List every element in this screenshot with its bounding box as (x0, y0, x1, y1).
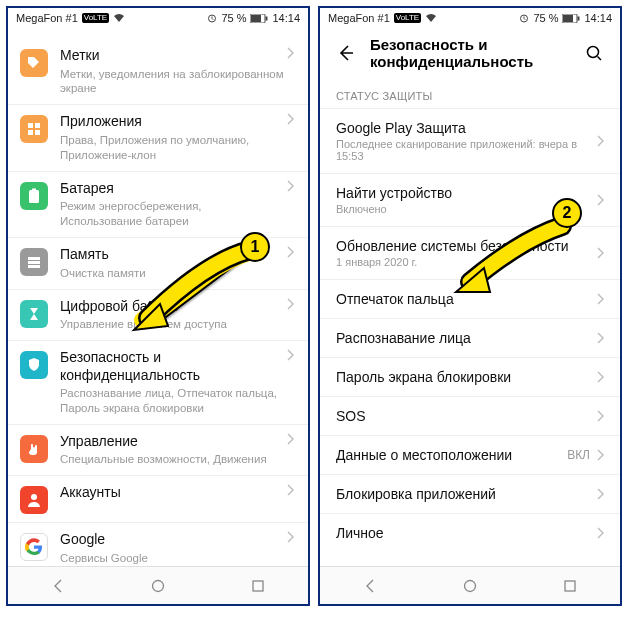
item-title: Метки (60, 47, 286, 65)
security-screen: MegaFon #1 VoLTE 75 % 14:14 Безопасность… (318, 6, 622, 606)
chevron-right-icon (286, 47, 294, 59)
list-item[interactable]: Безопасность и конфиденциальность Распоз… (8, 340, 308, 424)
header-bar: Безопасность и конфиденциальность (320, 28, 620, 78)
alarm-icon (519, 13, 529, 23)
wifi-icon (113, 13, 125, 23)
search-icon (585, 44, 603, 62)
chevron-right-icon (286, 349, 294, 361)
chevron-right-icon (286, 180, 294, 192)
svg-point-22 (588, 47, 599, 58)
annotation-marker-2: 2 (552, 198, 582, 228)
list-item[interactable]: Аккаунты (8, 475, 308, 522)
storage-icon (20, 248, 48, 276)
status-bar: MegaFon #1 VoLTE 75 % 14:14 (320, 8, 620, 28)
list-item[interactable]: Google Сервисы Google (8, 522, 308, 566)
item-title: Цифровой баланс (60, 298, 286, 316)
volte-badge: VoLTE (82, 13, 109, 23)
chevron-right-icon (596, 332, 604, 344)
settings-screen: MegaFon #1 VoLTE 75 % 14:14 Настройки Ме… (6, 6, 310, 606)
list-item[interactable]: Распознавание лица (320, 318, 620, 357)
chevron-right-icon (596, 488, 604, 500)
list-item[interactable]: Обновление системы безопасности 1 января… (320, 226, 620, 279)
battery-icon (562, 14, 580, 23)
item-subtitle: Режим энергосбережения, Использование ба… (60, 199, 286, 229)
battery-pct: 75 % (533, 12, 558, 24)
search-button[interactable] (580, 39, 608, 67)
chevron-right-icon (286, 113, 294, 125)
list-item[interactable]: Пароль экрана блокировки (320, 357, 620, 396)
svg-rect-6 (28, 130, 33, 135)
item-subtitle: Управление временем доступа (60, 317, 286, 332)
chevron-right-icon (286, 298, 294, 310)
chevron-right-icon (286, 433, 294, 445)
item-title: Управление (60, 433, 286, 451)
wifi-icon (425, 13, 437, 23)
back-button[interactable] (332, 39, 360, 67)
nav-back[interactable] (357, 573, 383, 599)
nav-home[interactable] (145, 573, 171, 599)
item-title: Приложения (60, 113, 286, 131)
security-list[interactable]: Google Play Защита Последнее сканировани… (320, 108, 620, 566)
battery-icon (20, 182, 48, 210)
chevron-right-icon (596, 194, 604, 206)
svg-rect-7 (35, 130, 40, 135)
svg-rect-2 (251, 15, 261, 22)
hand-icon (20, 435, 48, 463)
carrier-label: MegaFon #1 (328, 12, 390, 24)
svg-point-16 (153, 580, 164, 591)
item-title: Распознавание лица (336, 330, 596, 346)
svg-rect-20 (563, 15, 573, 22)
item-title: Личное (336, 525, 596, 541)
list-item[interactable]: Метки Метки, уведомления на заблокирован… (8, 39, 308, 104)
hourglass-icon (20, 300, 48, 328)
svg-point-13 (31, 494, 37, 500)
list-item[interactable]: SOS (320, 396, 620, 435)
item-title: Google (60, 531, 286, 549)
svg-rect-8 (29, 190, 39, 203)
item-subtitle: 1 января 2020 г. (336, 256, 596, 268)
chevron-right-icon (596, 247, 604, 259)
list-item[interactable]: Данные о местоположении ВКЛ (320, 435, 620, 474)
list-item[interactable]: Блокировка приложений (320, 474, 620, 513)
list-item[interactable]: Отпечаток пальца (320, 279, 620, 318)
svg-point-23 (465, 580, 476, 591)
clock: 14:14 (584, 12, 612, 24)
item-subtitle: Метки, уведомления на заблокированном эк… (60, 67, 286, 97)
nav-home[interactable] (457, 573, 483, 599)
list-item[interactable]: Google Play Защита Последнее сканировани… (320, 108, 620, 173)
tag-icon (20, 49, 48, 77)
chevron-right-icon (286, 246, 294, 258)
svg-rect-4 (28, 123, 33, 128)
list-item[interactable]: Управление Специальные возможности, Движ… (8, 424, 308, 475)
chevron-right-icon (596, 449, 604, 461)
annotation-marker-1: 1 (240, 232, 270, 262)
google-icon (20, 533, 48, 561)
item-title: Обновление системы безопасности (336, 238, 596, 254)
nav-back[interactable] (45, 573, 71, 599)
svg-rect-17 (253, 581, 263, 591)
nav-recent[interactable] (557, 573, 583, 599)
list-item[interactable]: Личное (320, 513, 620, 552)
list-item[interactable]: Приложения Права, Приложения по умолчани… (8, 104, 308, 170)
item-subtitle: Очистка памяти (60, 266, 286, 281)
nav-recent[interactable] (245, 573, 271, 599)
settings-list[interactable]: Метки Метки, уведомления на заблокирован… (8, 39, 308, 566)
section-header: СТАТУС ЗАЩИТЫ (320, 78, 620, 108)
chevron-right-icon (596, 135, 604, 147)
chevron-right-icon (596, 371, 604, 383)
chevron-right-icon (286, 484, 294, 496)
item-subtitle: Специальные возможности, Движения (60, 452, 286, 467)
volte-badge: VoLTE (394, 13, 421, 23)
person-icon (20, 486, 48, 514)
item-subtitle: Распознавание лица, Отпечаток пальца, Па… (60, 386, 286, 416)
chevron-right-icon (596, 410, 604, 422)
carrier-label: MegaFon #1 (16, 12, 78, 24)
item-subtitle: Последнее сканирование приложений: вчера… (336, 138, 596, 162)
clock: 14:14 (272, 12, 300, 24)
shield-icon (20, 351, 48, 379)
list-item[interactable]: Цифровой баланс Управление временем дост… (8, 289, 308, 340)
item-title: Батарея (60, 180, 286, 198)
nav-bar (8, 566, 308, 604)
arrow-left-icon (336, 43, 356, 63)
list-item[interactable]: Батарея Режим энергосбережения, Использо… (8, 171, 308, 237)
